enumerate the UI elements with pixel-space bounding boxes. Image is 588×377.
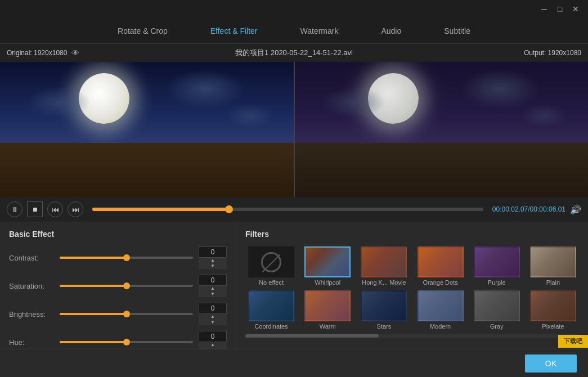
filter-thumb-plain [530,246,576,277]
saturation-fill [60,285,127,287]
original-label: Original: 1920x1080 [7,49,67,57]
main-content: Original: 1920x1080 👁 我的项目1 2020-05-22_1… [0,44,588,377]
time-current: 00:00:02.07 [492,205,528,213]
filter-thumb-stars [361,290,407,321]
playback-bar: ⏸ ⏹ ⏮ ⏭ 00:00:02.07/00:00:06.01 🔊 [0,197,588,222]
contrast-fill [60,257,127,259]
video-header: Original: 1920x1080 👁 我的项目1 2020-05-22_1… [0,44,588,62]
filter-whirlpool[interactable]: Whirlpool [302,246,353,286]
brightness-slider[interactable] [60,313,193,315]
hue-slider[interactable] [60,341,193,343]
contrast-value-box: 0 ▲ ▼ [199,246,227,269]
filter-stars[interactable]: Stars [358,290,410,330]
nav-tabs: Rotate & Crop Effect & Filter Watermark … [0,18,588,44]
filter-label-no-effect: No effect [259,279,284,286]
footer: OK [0,349,588,377]
filter-thumb-pixelate [530,290,576,321]
filter-thumb-coordinates [248,290,294,321]
filters-scrollbar-fill [245,334,379,338]
contrast-label: Contrast: [9,254,60,262]
tab-rotate-crop[interactable]: Rotate & Crop [113,24,172,38]
output-label: Output: 1920x1080 [524,49,581,57]
watermark: 下载吧 [558,335,588,348]
hue-up[interactable]: ▲ [199,342,227,348]
effect-section-title: Basic Effect [9,230,227,239]
next-button[interactable]: ⏭ [68,201,83,217]
filter-thumb-gray [474,290,520,321]
saturation-value-box: 0 ▲ ▼ [199,275,227,297]
minimize-button[interactable]: ─ [536,1,552,17]
filter-orange-dots[interactable]: Orange Dots [414,246,466,286]
contrast-thumb[interactable] [123,254,130,261]
contrast-down[interactable]: ▼ [199,263,227,269]
filter-no-effect[interactable]: No effect [245,246,297,286]
filter-thumb-modern [418,290,464,321]
time-total: 00:00:06.01 [530,205,565,213]
contrast-up[interactable]: ▲ [199,258,227,263]
brightness-label: Brightness: [9,310,60,318]
prev-button[interactable]: ⏮ [47,201,63,217]
contrast-slider[interactable] [60,257,193,259]
filters-grid: No effect Whirlpool Hong K... Movie Oran… [245,246,579,330]
ok-button[interactable]: OK [525,354,577,372]
no-effect-icon [261,252,281,272]
filter-label-pixelate: Pixelate [542,323,564,330]
filter-gray[interactable]: Gray [471,290,523,330]
filter-modern[interactable]: Modern [414,290,466,330]
hue-thumb[interactable] [123,339,130,345]
preview-area [0,62,588,197]
filter-coordinates[interactable]: Coordinates [245,290,297,330]
volume-icon[interactable]: 🔊 [570,204,581,215]
tab-audio[interactable]: Audio [376,24,406,38]
saturation-slider[interactable] [60,285,193,287]
filter-label-plain: Plain [546,279,560,286]
tab-subtitle[interactable]: Subtitle [439,24,475,38]
saturation-value-input[interactable]: 0 [199,275,227,286]
filter-thumb-orange-dots [418,246,464,277]
saturation-down[interactable]: ▼ [199,291,227,297]
close-button[interactable]: ✕ [568,1,583,17]
saturation-label: Saturation: [9,282,60,290]
saturation-up[interactable]: ▲ [199,286,227,291]
brightness-up[interactable]: ▲ [199,314,227,320]
filename: 我的项目1 2020-05-22_14-51-22.avi [235,48,353,58]
eye-icon[interactable]: 👁 [71,48,79,57]
filter-label-hk-movie: Hong K... Movie [362,279,406,286]
filter-label-gray: Gray [490,323,504,330]
preview-right [295,62,589,197]
tab-effect-filter[interactable]: Effect & Filter [206,24,262,38]
saturation-thumb[interactable] [123,282,130,289]
filters-scrollbar[interactable] [245,334,579,338]
progress-thumb[interactable] [225,205,233,213]
hue-label: Hue: [9,338,60,347]
brightness-value-box: 0 ▲ ▼ [199,303,227,325]
filter-warm[interactable]: Warm [302,290,353,330]
filter-label-orange-dots: Orange Dots [423,279,457,286]
progress-bar[interactable] [92,208,483,211]
filter-label-coordinates: Coordinates [254,323,288,330]
brightness-fill [60,313,127,315]
contrast-row: Contrast: 0 ▲ ▼ [9,246,227,269]
contrast-value-input[interactable]: 0 [199,246,227,258]
filter-pixelate[interactable]: Pixelate [527,290,579,330]
brightness-down[interactable]: ▼ [199,320,227,325]
filter-purple[interactable]: Purple [471,246,523,286]
tab-watermark[interactable]: Watermark [296,24,343,38]
filter-thumb-warm [304,290,351,321]
hue-fill [60,341,127,343]
maximize-button[interactable]: □ [552,1,568,17]
progress-fill [92,208,229,211]
filter-hk-movie[interactable]: Hong K... Movie [358,246,410,286]
filter-thumb-whirlpool [304,246,351,277]
brightness-value-input[interactable]: 0 [199,303,227,314]
play-pause-button[interactable]: ⏸ [7,201,23,217]
brightness-thumb[interactable] [123,311,130,317]
filter-label-purple: Purple [488,279,506,286]
hue-value-input[interactable]: 0 [199,331,227,342]
filter-thumb-hk-movie [361,246,407,277]
stop-button[interactable]: ⏹ [27,201,43,217]
filters-title: Filters [245,230,579,239]
brightness-row: Brightness: 0 ▲ ▼ [9,303,227,325]
filter-thumb-no-effect [248,246,294,277]
filter-plain[interactable]: Plain [527,246,579,286]
